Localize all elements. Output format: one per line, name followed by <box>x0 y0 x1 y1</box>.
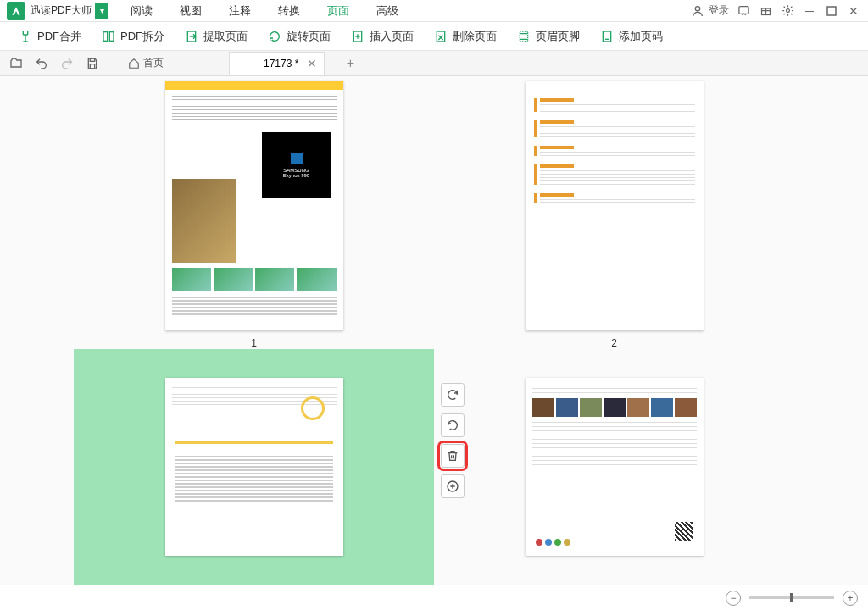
page-thumbnail-workspace: SAMSUNG Exynos 990 1 <box>0 76 868 585</box>
menu-tab-3[interactable]: 转换 <box>264 0 314 22</box>
rotate-page-button[interactable]: 旋转页面 <box>259 25 339 47</box>
svg-rect-9 <box>437 31 444 42</box>
extract-icon <box>185 30 198 43</box>
redo-icon[interactable] <box>59 56 75 71</box>
login-label: 登录 <box>709 3 729 18</box>
zoom-in-button[interactable]: + <box>843 591 858 606</box>
menu-tab-4[interactable]: 页面 <box>314 0 363 22</box>
svg-rect-4 <box>827 7 836 15</box>
svg-rect-13 <box>90 64 94 68</box>
zoom-slider[interactable] <box>749 596 834 599</box>
split-icon <box>102 30 115 43</box>
open-file-icon[interactable] <box>8 56 24 71</box>
undo-icon[interactable] <box>34 56 49 71</box>
svg-point-3 <box>786 9 789 13</box>
insert-page-button[interactable]: 插入页面 <box>342 25 422 47</box>
settings-icon[interactable] <box>780 3 795 19</box>
feedback-icon[interactable] <box>736 3 751 19</box>
thumb-label: 2 <box>611 337 617 349</box>
menu-tab-2[interactable]: 注释 <box>215 0 264 22</box>
document-tab[interactable]: 17173 * ✕ <box>229 52 325 75</box>
add-tab-button[interactable]: + <box>342 55 359 72</box>
page-thumb-3[interactable] <box>74 349 434 585</box>
app-logo <box>7 2 25 20</box>
user-icon <box>690 3 705 19</box>
svg-rect-10 <box>520 31 527 42</box>
svg-rect-5 <box>103 31 108 41</box>
merge-icon <box>19 30 32 43</box>
page-thumb-4[interactable] <box>434 349 794 585</box>
app-dropdown[interactable]: ▾ <box>95 3 108 19</box>
tab-close-icon[interactable]: ✕ <box>307 57 317 70</box>
add-page-number-button[interactable]: 添加页码 <box>592 25 671 47</box>
page-thumb-1[interactable]: SAMSUNG Exynos 990 1 <box>74 78 434 349</box>
maximize-button[interactable] <box>824 3 839 19</box>
app-name: 迅读PDF大师 <box>31 3 92 18</box>
delete-icon <box>434 30 448 43</box>
pdf-merge-button[interactable]: PDF合并 <box>10 25 90 47</box>
menu-tab-5[interactable]: 高级 <box>363 0 412 22</box>
page-thumb-2[interactable]: 2 <box>434 78 794 349</box>
tab-title: 17173 * <box>264 58 298 69</box>
rotate-icon <box>268 30 281 43</box>
delete-page-button[interactable]: 删除页面 <box>426 25 505 47</box>
menu-tab-0[interactable]: 阅读 <box>117 0 166 22</box>
extract-page-button[interactable]: 提取页面 <box>176 25 256 47</box>
insert-icon <box>351 30 364 43</box>
headerfooter-icon <box>517 30 531 43</box>
save-icon[interactable] <box>85 56 100 71</box>
home-button[interactable]: 首页 <box>128 56 164 70</box>
gift-icon[interactable] <box>758 3 773 19</box>
svg-rect-12 <box>90 58 94 61</box>
menu-tab-1[interactable]: 视图 <box>166 0 215 22</box>
svg-rect-1 <box>738 7 748 14</box>
pdf-split-button[interactable]: PDF拆分 <box>93 25 173 47</box>
svg-rect-11 <box>603 31 610 42</box>
svg-point-0 <box>695 6 699 10</box>
pagenum-icon <box>600 30 614 43</box>
header-footer-button[interactable]: 页眉页脚 <box>509 25 588 47</box>
login-button[interactable]: 登录 <box>690 3 729 19</box>
svg-rect-6 <box>109 31 114 41</box>
zoom-out-button[interactable]: − <box>726 591 741 606</box>
minimize-button[interactable]: ─ <box>802 3 817 19</box>
thumb-label: 1 <box>251 337 257 349</box>
close-button[interactable]: ✕ <box>846 3 861 19</box>
